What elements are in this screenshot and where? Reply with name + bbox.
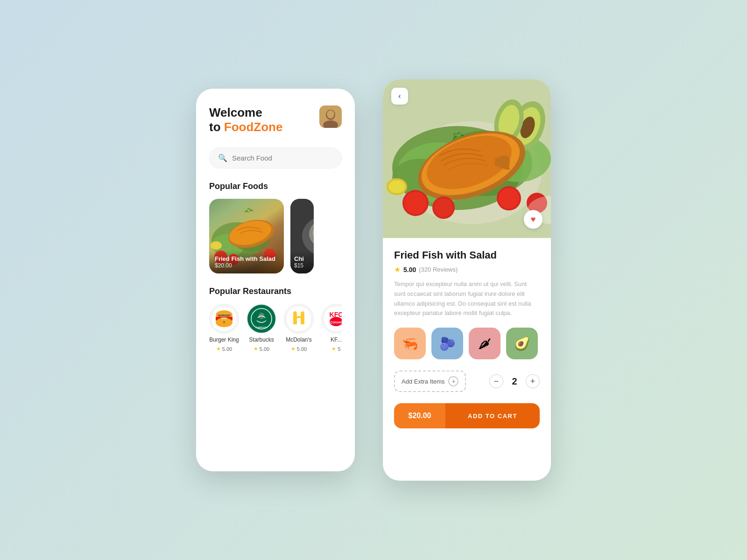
svg-text:Colonel: Colonel [330, 321, 342, 324]
food-card-2-name: Chi [294, 255, 310, 262]
svg-text:KING: KING [221, 317, 227, 320]
restaurant-burger-king[interactable]: BURGER KING ® Burger King ★ 5.00 [209, 304, 239, 352]
ingredients-row: 🦐 🫐 🌶 🥑 [394, 328, 540, 359]
food-card-1-name: Fried Fish with Salad [215, 255, 278, 262]
extra-items-label: Add Extra Items [402, 378, 444, 385]
food-card-2[interactable]: Chi $15 [290, 199, 314, 273]
restaurant-mcdonalds[interactable]: McDolan's ★ 5.00 [284, 304, 314, 352]
ingredient-blueberry[interactable]: 🫐 [431, 328, 463, 359]
search-icon: 🔍 [218, 154, 227, 162]
right-phone: ‹ ♥ Fried Fish with Salad ★ 5.00 (320 Re… [383, 79, 551, 481]
svg-point-29 [286, 306, 312, 332]
svg-point-12 [211, 241, 222, 250]
quantity-value: 2 [510, 376, 519, 387]
welcome-line1: Welcome [209, 105, 282, 120]
restaurants-row: BURGER KING ® Burger King ★ 5.00 [209, 304, 342, 352]
extra-plus-icon: + [448, 376, 458, 386]
star-icon: ★ [331, 346, 336, 352]
svg-point-52 [434, 198, 453, 217]
rating-value: 5.00 [297, 346, 307, 352]
favorite-button[interactable]: ♥ [524, 210, 543, 229]
food-card-1[interactable]: Fried Fish with Salad $20.00 [209, 199, 284, 273]
phone-header: Welcome to FoodZone [209, 105, 342, 134]
mcdonalds-name: McDolan's [286, 336, 312, 343]
star-icon: ★ [254, 346, 258, 352]
rating-value: 5.00 [260, 346, 269, 352]
food-card-1-price: $20.00 [215, 262, 278, 269]
welcome-text: Welcome to FoodZone [209, 105, 282, 134]
svg-text:®: ® [223, 321, 225, 324]
star-icon: ★ [291, 346, 296, 352]
rating-score: 5.00 [403, 266, 416, 273]
detail-description: Tempor qui excepteur nulla anim ut qui v… [394, 280, 540, 318]
food-card-2-price: $15 [294, 262, 310, 269]
ingredient-pepper[interactable]: 🌶 [469, 328, 500, 359]
ingredient-shrimp[interactable]: 🦐 [394, 328, 426, 359]
detail-content: Fried Fish with Salad ★ 5.00 (320 Review… [383, 238, 551, 438]
restaurant-kfc[interactable]: KFC Colonel KF... ★ 5 [321, 304, 342, 352]
welcome-line2: to FoodZone [209, 120, 282, 134]
decrease-quantity-button[interactable]: − [489, 374, 503, 388]
add-to-cart-row: $20.00 ADD TO CART [394, 403, 540, 428]
add-extra-items-button[interactable]: Add Extra Items + [394, 371, 466, 392]
increase-quantity-button[interactable]: + [526, 374, 540, 388]
starbucks-name: Starbucks [249, 336, 274, 343]
star-icon: ★ [216, 346, 221, 352]
price-button[interactable]: $20.00 [394, 403, 445, 428]
popular-restaurants-title: Popular Restaurants [209, 287, 342, 296]
starbucks-logo: STARBUCKS [247, 304, 276, 334]
quantity-control: − 2 + [489, 374, 540, 388]
kfc-logo: KFC Colonel [321, 304, 342, 334]
rating-value: 5.00 [222, 346, 232, 352]
to-text: to [209, 120, 224, 134]
left-phone: Welcome to FoodZone 🔍 Popular Foods [196, 89, 355, 471]
detail-title: Fried Fish with Salad [394, 249, 540, 261]
starbucks-rating: ★ 5.00 [254, 346, 269, 352]
burger-king-logo: BURGER KING ® [209, 304, 239, 334]
kfc-name: KF... [331, 336, 342, 343]
mcdonalds-rating: ★ 5.00 [291, 346, 307, 352]
svg-text:STARBUCKS: STARBUCKS [256, 326, 268, 329]
rating-count: (320 Reviews) [419, 266, 458, 273]
burger-king-rating: ★ 5.00 [216, 346, 232, 352]
popular-foods-row: Fried Fish with Salad $20.00 Chi $15 [209, 199, 342, 273]
burger-king-name: Burger King [209, 336, 239, 343]
svg-point-50 [404, 192, 427, 214]
back-button[interactable]: ‹ [391, 88, 408, 105]
svg-point-54 [499, 188, 519, 209]
svg-point-57 [388, 180, 405, 193]
actions-row: Add Extra Items + − 2 + [394, 371, 540, 392]
search-input[interactable] [232, 154, 333, 162]
food-card-1-overlay: Fried Fish with Salad $20.00 [209, 251, 284, 273]
detail-rating: ★ 5.00 (320 Reviews) [394, 265, 540, 274]
avatar[interactable] [319, 105, 342, 128]
brand-name: FoodZone [224, 120, 283, 134]
kfc-rating: ★ 5 [331, 346, 340, 352]
mcdonalds-logo [284, 304, 314, 334]
popular-foods-title: Popular Foods [209, 182, 342, 191]
rating-star-icon: ★ [394, 265, 401, 274]
restaurant-starbucks[interactable]: STARBUCKS Starbucks ★ 5.00 [247, 304, 276, 352]
rating-value: 5 [338, 346, 340, 352]
search-bar[interactable]: 🔍 [209, 147, 342, 168]
food-card-2-overlay: Chi $15 [290, 251, 314, 273]
add-to-cart-button[interactable]: ADD TO CART [445, 403, 540, 428]
svg-point-3 [327, 110, 334, 119]
ingredient-avocado[interactable]: 🥑 [506, 328, 538, 359]
